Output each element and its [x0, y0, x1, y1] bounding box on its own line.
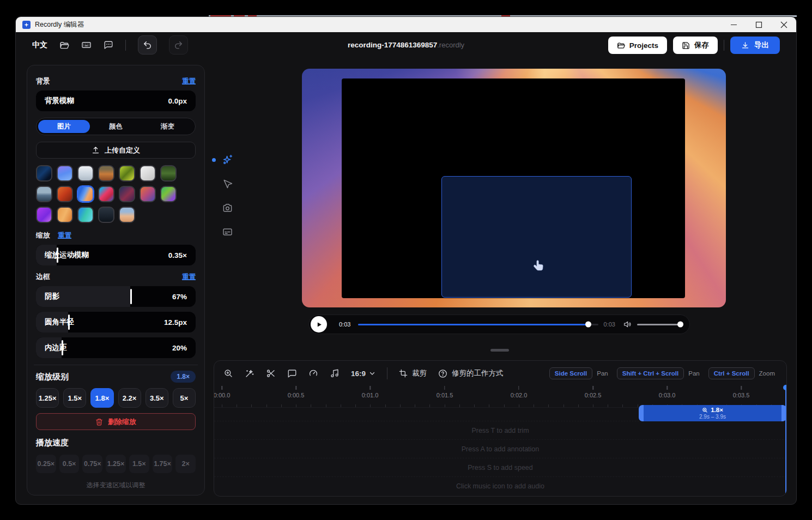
language-toggle[interactable]: 中文 [32, 40, 47, 50]
crop-button[interactable]: 裁剪 [399, 368, 427, 378]
seek-slider[interactable] [358, 324, 598, 325]
background-thumbnail[interactable] [119, 186, 135, 202]
background-thumbnail[interactable] [77, 186, 94, 202]
background-thumbnail[interactable] [140, 165, 156, 182]
background-type-tab[interactable]: 渐变 [142, 120, 193, 133]
ruler-time-label: 0:01.0 [362, 392, 379, 398]
save-button[interactable]: 保存 [673, 37, 718, 54]
maximize-button[interactable] [746, 17, 771, 32]
playback-speed-option[interactable]: 1.5× [129, 455, 149, 473]
timeline-track-hint[interactable]: Press A to add annotation [214, 439, 786, 458]
captions-tool[interactable] [216, 220, 238, 244]
timeline-track-hint[interactable]: Press S to add speed [214, 458, 786, 476]
magic-wand-icon[interactable] [245, 368, 254, 378]
feedback-chat-icon[interactable] [104, 40, 113, 50]
padding-slider[interactable]: 内边距 20% [36, 337, 196, 358]
playhead-handle[interactable] [783, 385, 787, 390]
volume-slider[interactable] [637, 324, 681, 325]
zoom-reset-link[interactable]: 重置 [58, 231, 71, 240]
slider-handle[interactable] [130, 289, 132, 304]
background-thumbnail[interactable] [57, 165, 73, 182]
projects-button[interactable]: Projects [608, 37, 667, 54]
delete-zoom-button[interactable]: 删除缩放 [36, 413, 196, 430]
trim-help-label: 修剪的工作方式 [452, 368, 504, 378]
playhead-line[interactable] [785, 389, 787, 493]
scroll-mode: Ctrl + Scroll Zoom [708, 367, 779, 379]
playback-speed-option[interactable]: 2× [175, 455, 196, 473]
timeline-track-hint[interactable]: Press T to add trim [214, 421, 786, 439]
background-thumbnail[interactable] [36, 165, 52, 182]
background-thumbnail[interactable] [160, 165, 177, 182]
scroll-mode-key[interactable]: Side Scroll [549, 367, 592, 379]
export-button[interactable]: 导出 [730, 37, 780, 54]
background-thumbnail[interactable] [57, 186, 73, 202]
background-thumbnail[interactable] [36, 207, 52, 223]
cursor-tool[interactable] [216, 172, 238, 196]
video-preview-canvas[interactable] [302, 69, 726, 307]
scroll-mode-key[interactable]: Ctrl + Scroll [708, 367, 755, 379]
playback-speed-option[interactable]: 1.25× [106, 455, 126, 473]
background-thumbnail[interactable] [77, 207, 94, 223]
background-thumbnail[interactable] [119, 207, 135, 223]
background-thumbnail[interactable] [77, 165, 94, 182]
background-thumbnail[interactable] [119, 165, 135, 182]
trim-help-button[interactable]: 修剪的工作方式 [438, 368, 504, 378]
speed-gauge-icon[interactable] [308, 368, 318, 378]
sidebar-divider [34, 365, 198, 365]
zoom-target-region[interactable] [441, 176, 632, 298]
playback-speed-options: 0.25× 0.5× 0.75× 1.25× 1.5× 1.75× 2× [36, 455, 196, 473]
effects-tool[interactable] [216, 148, 238, 172]
background-thumbnail[interactable] [98, 186, 114, 202]
volume-icon[interactable] [623, 320, 632, 329]
camera-tool[interactable] [216, 196, 238, 220]
toolbar-divider [724, 40, 724, 51]
playback-speed-option[interactable]: 0.25× [36, 455, 56, 473]
minimize-button[interactable] [721, 17, 746, 32]
annotation-icon[interactable] [287, 368, 297, 378]
background-thumbnail[interactable] [98, 165, 114, 182]
background-type-tab[interactable]: 图片 [38, 120, 90, 133]
zoom-level-option[interactable]: 1.8× [90, 388, 113, 408]
panel-resize-handle[interactable] [490, 349, 509, 352]
zoom-level-option[interactable]: 1.5× [63, 388, 86, 408]
background-thumbnail[interactable] [36, 186, 52, 202]
music-icon[interactable] [330, 368, 340, 378]
background-thumbnail[interactable] [57, 207, 73, 223]
timeline-ruler[interactable]: 0:00.00:00.50:01.00:01.50:02.00:02.50:03… [214, 386, 786, 408]
close-button[interactable] [771, 17, 796, 32]
playback-speed-option[interactable]: 0.5× [59, 455, 80, 473]
background-type-tab[interactable]: 颜色 [90, 120, 142, 133]
background-thumbnail[interactable] [140, 186, 156, 202]
seek-handle[interactable] [585, 322, 591, 328]
play-button[interactable] [311, 316, 327, 332]
corner-radius-slider[interactable]: 圆角半径 12.5px [36, 312, 196, 332]
open-folder-icon[interactable] [59, 40, 69, 50]
playback-speed-option[interactable]: 1.75× [153, 455, 173, 473]
volume-handle[interactable] [677, 322, 683, 328]
background-thumbnail[interactable] [98, 207, 114, 223]
shadow-slider[interactable]: 阴影 67% [36, 286, 196, 307]
scroll-mode-action: Pan [597, 370, 608, 377]
timeline-zoom-icon[interactable] [223, 368, 233, 378]
zoom-motion-blur-slider[interactable]: 缩放运动模糊 0.35× [36, 245, 196, 265]
redo-button[interactable] [169, 35, 188, 55]
scroll-mode-key[interactable]: Shift + Ctrl + Scroll [617, 367, 684, 379]
timeline-track-hint[interactable]: Click music icon to add audio [214, 476, 786, 495]
zoom-level-option[interactable]: 2.2× [118, 388, 141, 408]
aspect-ratio-dropdown[interactable]: 16:9 [351, 370, 375, 378]
zoom-segment[interactable]: 1.8× 2.9s – 3.9s [639, 405, 786, 421]
zoom-level-option[interactable]: 1.25× [36, 388, 59, 408]
playback-speed-option[interactable]: 0.75× [82, 455, 102, 473]
background-blur-slider[interactable]: 背景模糊 0.0px [36, 90, 196, 111]
border-reset-link[interactable]: 重置 [182, 273, 196, 282]
ruler-time-label: 0:03.5 [733, 392, 750, 398]
keyboard-shortcuts-icon[interactable] [81, 40, 92, 50]
zoom-level-option[interactable]: 3.5× [146, 388, 168, 408]
background-reset-link[interactable]: 重置 [182, 77, 196, 86]
scissors-icon[interactable] [266, 368, 276, 378]
upload-custom-button[interactable]: 上传自定义 [36, 142, 196, 159]
undo-button[interactable] [138, 35, 157, 55]
document-title: recording-1774861369857 [348, 41, 437, 49]
zoom-level-option[interactable]: 5× [173, 388, 196, 408]
background-thumbnail[interactable] [160, 186, 177, 202]
